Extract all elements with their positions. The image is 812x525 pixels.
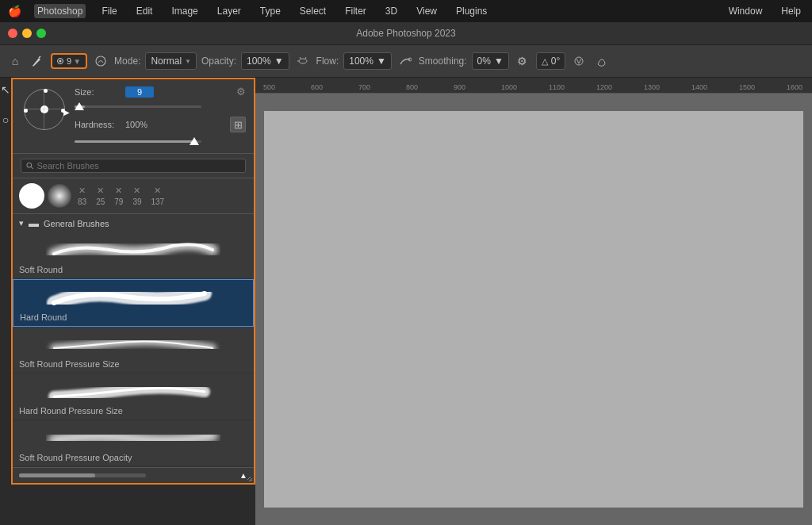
maximize-button[interactable] <box>36 29 46 38</box>
panel-resize-handle[interactable] <box>241 470 254 483</box>
airbrush-icon[interactable] <box>294 52 312 70</box>
smoothing-control[interactable]: 0% ▼ <box>472 52 509 70</box>
menu-image[interactable]: Image <box>168 4 201 18</box>
ruler-mark-1600: 1600 <box>787 83 812 91</box>
preset-x-5-icon: ✕ <box>154 186 161 196</box>
flow-arrow-icon: ▼ <box>377 56 386 67</box>
brush-controls: ▶ Size: ⚙ Hardness: <box>13 79 254 153</box>
menu-layer[interactable]: Layer <box>214 4 244 18</box>
soft-round-pressure-opacity-stroke <box>19 423 247 452</box>
menu-view[interactable]: View <box>413 4 440 18</box>
hard-round-stroke <box>20 283 247 312</box>
close-button[interactable] <box>8 29 17 38</box>
opacity-value: 100% <box>247 56 271 67</box>
canvas-area[interactable] <box>255 94 812 525</box>
ruler-mark-700: 700 <box>358 83 406 91</box>
hardness-slider-track <box>75 140 201 143</box>
hardness-slider-thumb[interactable] <box>190 137 199 145</box>
brush-item-soft-round-pressure-size[interactable]: Soft Round Pressure Size <box>13 327 254 374</box>
ruler-mark-1000: 1000 <box>501 83 549 91</box>
flow-value: 100% <box>349 56 373 67</box>
brush-list[interactable]: ▾ ▬ General Brushes Soft Round <box>13 214 254 467</box>
preset-brush-2[interactable] <box>48 184 71 208</box>
scrollbar-thumb <box>19 473 95 477</box>
minimize-button[interactable] <box>22 29 32 38</box>
group-label: General Brushes <box>44 219 109 228</box>
svg-point-2 <box>299 59 307 63</box>
ruler-mark-500: 500 <box>263 83 311 91</box>
brush-item-hard-round[interactable]: Hard Round <box>13 279 254 327</box>
brush-item-hard-round-pressure-size[interactable]: Hard Round Pressure Size <box>13 374 254 420</box>
brush-expand-arrow-icon[interactable]: ▶ <box>63 108 70 117</box>
brush-options-gear-icon[interactable]: ⚙ <box>236 86 246 98</box>
preset-circle-solid <box>19 183 44 209</box>
preset-brush-3[interactable]: ✕ 83 <box>78 186 86 206</box>
ruler-mark-1400: 1400 <box>691 83 739 91</box>
menu-window[interactable]: Window <box>726 4 766 18</box>
resize-icon <box>244 473 254 483</box>
brush-settings-icon[interactable]: ⚙ <box>514 52 531 70</box>
smoothing-icon[interactable] <box>396 52 414 70</box>
horizontal-ruler: 500 600 700 800 900 1000 1100 1200 1300 … <box>255 78 812 94</box>
preset-brush-5[interactable]: ✕ 79 <box>114 186 123 206</box>
soft-round-label: Soft Round <box>19 264 247 277</box>
menu-help[interactable]: Help <box>778 4 804 18</box>
menu-photoshop[interactable]: Photoshop <box>34 4 86 18</box>
edit-brush-icon[interactable] <box>92 52 109 70</box>
brush-group-general[interactable]: ▾ ▬ General Brushes <box>13 214 254 232</box>
preset-x-1-icon: ✕ <box>79 186 86 196</box>
menu-3d[interactable]: 3D <box>382 4 400 18</box>
brush-size-value: 9 <box>67 56 71 66</box>
brush-item-soft-round-pressure-opacity[interactable]: Soft Round Pressure Opacity <box>13 420 254 467</box>
svg-line-9 <box>31 167 33 168</box>
size-slider-thumb[interactable] <box>75 102 84 110</box>
menu-select[interactable]: Select <box>297 4 329 18</box>
circle-handle-top[interactable] <box>44 89 48 93</box>
pressure-icon[interactable] <box>592 52 610 70</box>
title-bar: Adobe Photoshop 2023 <box>0 22 812 44</box>
menu-plugins[interactable]: Plugins <box>453 4 490 18</box>
menu-file[interactable]: File <box>98 4 120 18</box>
opacity-control[interactable]: 100% ▼ <box>241 52 289 70</box>
menu-filter[interactable]: Filter <box>342 4 370 18</box>
soft-round-pressure-size-label: Soft Round Pressure Size <box>19 358 247 371</box>
preset-x-3-icon: ✕ <box>115 186 122 196</box>
ruler-mark-1100: 1100 <box>549 83 596 91</box>
document-canvas[interactable] <box>264 111 803 508</box>
mode-dropdown[interactable]: Normal ▼ <box>145 52 197 70</box>
preset-circle-soft <box>48 184 71 208</box>
smoothing-label: Smoothing: <box>419 56 467 67</box>
preset-brush-1[interactable] <box>19 183 44 209</box>
hardness-label: Hardness: <box>75 120 121 129</box>
menu-type[interactable]: Type <box>257 4 284 18</box>
preset-brush-7[interactable]: ✕ 137 <box>151 186 165 206</box>
brush-panel-bottom: ▲ <box>13 467 254 483</box>
left-sidebar: ↖ ○ <box>0 78 11 525</box>
ruler-mark-800: 800 <box>406 83 454 91</box>
flow-control[interactable]: 100% ▼ <box>343 52 392 70</box>
mode-value: Normal <box>151 56 182 67</box>
search-wrapper[interactable] <box>21 159 246 173</box>
angle-control[interactable]: △ 0° <box>536 52 565 70</box>
search-input[interactable] <box>37 161 241 171</box>
brush-search-area <box>13 153 254 178</box>
angle-value: 0° <box>551 56 560 67</box>
preset-brush-4[interactable]: ✕ 25 <box>96 186 105 206</box>
brush-tool-icon[interactable] <box>29 52 46 70</box>
symmetry-icon[interactable] <box>570 52 588 70</box>
home-icon[interactable]: ⌂ <box>6 52 24 70</box>
apple-logo-icon[interactable]: 🍎 <box>8 5 21 17</box>
preset-num-3: 79 <box>114 197 123 206</box>
horizontal-scrollbar[interactable] <box>19 473 146 477</box>
circle-handle-left[interactable] <box>24 109 28 113</box>
hard-round-label: Hard Round <box>20 312 247 324</box>
brush-size-chevron-icon: ▼ <box>73 57 81 66</box>
menu-edit[interactable]: Edit <box>133 4 156 18</box>
brush-item-soft-round[interactable]: Soft Round <box>13 232 254 279</box>
preset-brush-6[interactable]: ✕ 39 <box>132 186 141 206</box>
brush-size-dropdown[interactable]: 9 ▼ <box>51 53 87 69</box>
size-input[interactable] <box>125 86 154 98</box>
new-brush-button[interactable]: ⊞ <box>230 117 246 132</box>
bottom-scrollbar-area: ▲ <box>13 471 254 480</box>
mode-label: Mode: <box>114 56 140 67</box>
